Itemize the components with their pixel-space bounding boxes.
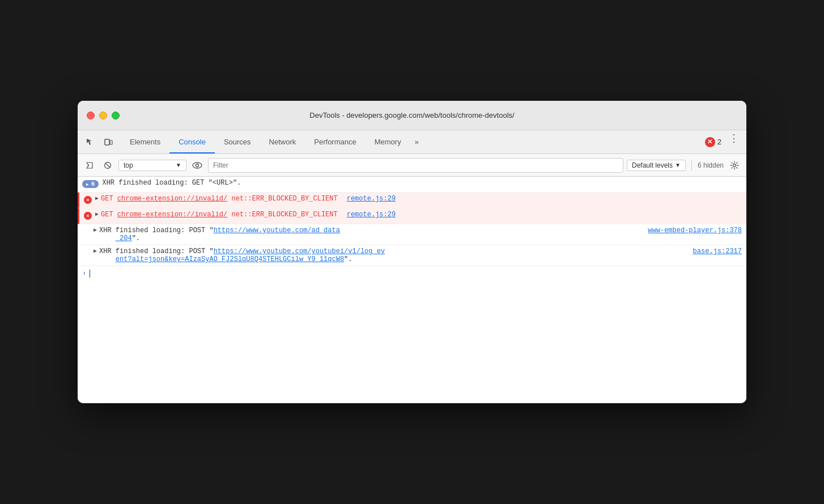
- traffic-lights: [87, 112, 120, 119]
- log-source[interactable]: base.js:2317: [693, 247, 742, 255]
- xhr-url[interactable]: https://www.youtube.com/ad_data: [214, 227, 340, 234]
- maximize-button[interactable]: [112, 112, 120, 119]
- inspect-element-icon[interactable]: [82, 134, 98, 150]
- error-method: GET: [101, 211, 117, 219]
- close-button[interactable]: [87, 112, 95, 119]
- log-text: XHR finished loading: POST "https://www.…: [99, 247, 684, 263]
- expand-arrow-icon[interactable]: ▶: [95, 195, 99, 202]
- log-row: ▶ 6 XHR finished loading: GET "<URL>".: [78, 177, 746, 193]
- log-row: ▶ XHR finished loading: POST "https://ww…: [78, 224, 746, 245]
- prompt-arrow-icon: ›: [82, 270, 86, 277]
- log-text: XHR finished loading: POST "https://www.…: [99, 227, 639, 242]
- error-icon: ✕: [84, 196, 92, 204]
- log-row: ▶ XHR finished loading: POST "https://ww…: [78, 245, 746, 266]
- devtools-window: DevTools - developers.google.com/web/too…: [78, 101, 746, 403]
- expand-arrow-icon[interactable]: ▶: [95, 211, 99, 217]
- svg-marker-2: [87, 163, 92, 168]
- tab-performance[interactable]: Performance: [305, 130, 365, 153]
- error-msg: net::ERR_BLOCKED_BY_CLIENT: [227, 195, 337, 203]
- expand-arrow-icon[interactable]: ▶: [94, 247, 97, 254]
- svg-line-5: [105, 163, 110, 168]
- execution-context-select[interactable]: top ▼: [118, 160, 186, 171]
- toolbar-divider: [691, 160, 692, 171]
- error-count: 2: [717, 138, 721, 146]
- tab-console[interactable]: Console: [169, 130, 215, 153]
- log-source[interactable]: www-embed-player.js:378: [648, 227, 742, 234]
- titlebar: DevTools - developers.google.com/web/too…: [78, 101, 746, 130]
- cursor-blink: [90, 270, 90, 277]
- console-output: ▶ 6 XHR finished loading: GET "<URL>". ✕…: [78, 177, 746, 403]
- tab-sources[interactable]: Sources: [215, 130, 260, 153]
- error-url[interactable]: chrome-extension://invalid/: [117, 211, 227, 219]
- xhr-url2[interactable]: https://www.youtube.com/youtubei/v1/log_…: [214, 247, 385, 255]
- svg-point-6: [193, 163, 202, 168]
- tabs-bar: Elements Console Sources Network Perform…: [78, 130, 746, 154]
- tab-network[interactable]: Network: [260, 130, 305, 153]
- tab-memory[interactable]: Memory: [366, 130, 410, 153]
- devtools-menu-button[interactable]: ⋮: [726, 130, 742, 146]
- log-source[interactable]: remote.js:29: [347, 211, 396, 219]
- error-msg: net::ERR_BLOCKED_BY_CLIENT: [227, 211, 337, 219]
- svg-rect-0: [105, 139, 109, 145]
- minimize-button[interactable]: [99, 112, 107, 119]
- device-mode-icon[interactable]: [100, 134, 116, 150]
- log-badge-icon: ▶ 6: [82, 180, 99, 188]
- console-prompt[interactable]: ›: [78, 266, 746, 281]
- error-badge: ✕ 2: [705, 130, 721, 153]
- expand-arrow-icon[interactable]: ▶: [94, 227, 97, 233]
- svg-point-7: [196, 164, 199, 166]
- log-text: XHR finished loading: GET "<URL>".: [102, 179, 742, 187]
- error-row: ✕ ▶ GET chrome-extension://invalid/ net:…: [78, 208, 746, 224]
- error-icon: ✕: [84, 212, 92, 220]
- filter-input[interactable]: [208, 158, 623, 173]
- tab-elements[interactable]: Elements: [121, 130, 169, 153]
- error-method: GET: [101, 195, 117, 203]
- clear-console-button[interactable]: [82, 158, 97, 173]
- error-circle-icon: ✕: [705, 137, 715, 147]
- svg-rect-1: [110, 140, 112, 144]
- tab-icons: [82, 130, 116, 153]
- more-tabs-button[interactable]: »: [410, 130, 423, 153]
- xhr-url2-cont[interactable]: ent?alt=json&key=AIzaSyAO_FJ2SlqU8Q4STEH…: [116, 255, 344, 263]
- log-levels-button[interactable]: Default levels ▼: [627, 160, 686, 171]
- xhr-url-cont[interactable]: _204: [116, 234, 132, 242]
- console-toolbar: top ▼ Default levels ▼ 6 hidden: [78, 154, 746, 177]
- svg-point-8: [733, 164, 736, 166]
- live-expressions-button[interactable]: [190, 158, 205, 173]
- console-settings-button[interactable]: [727, 158, 742, 173]
- error-url[interactable]: chrome-extension://invalid/: [117, 195, 227, 203]
- window-title: DevTools - developers.google.com/web/too…: [309, 111, 514, 119]
- hidden-count-label: 6 hidden: [698, 161, 724, 169]
- ban-icon[interactable]: [100, 158, 115, 173]
- error-row: ✕ ▶ GET chrome-extension://invalid/ net:…: [78, 193, 746, 208]
- log-source[interactable]: remote.js:29: [347, 195, 396, 203]
